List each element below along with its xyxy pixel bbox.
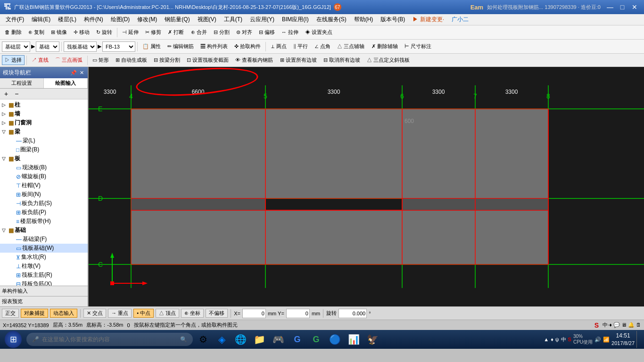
menu-version[interactable]: 版本号(B) [377, 15, 409, 25]
menu-cloud[interactable]: 云应用(Y) [246, 15, 278, 25]
menu-guangxiao[interactable]: 广小二 [448, 15, 472, 25]
copy-button[interactable]: ⊕ 复制 [25, 27, 47, 37]
taskbar-app-files[interactable]: 📁 [251, 331, 268, 348]
tree-item-raft-neg-rebar[interactable]: ⊟ 筏板负筋(X) [0, 280, 88, 286]
menu-edit[interactable]: 编辑(E) [28, 15, 54, 25]
x-input[interactable] [242, 309, 266, 318]
taskbar-app-chart[interactable]: 📊 [346, 331, 363, 348]
split-by-beam-button[interactable]: ⊟ 按梁分割 [151, 55, 183, 65]
break-button[interactable]: ✗ 打断 [165, 27, 187, 37]
tree-item-wall[interactable]: ▷ ▦ 墙 [0, 109, 88, 118]
taskbar-search-input[interactable] [42, 336, 177, 343]
dimension-button[interactable]: ⊢ 尺寸标注 [402, 41, 434, 51]
set-grip-button[interactable]: ◈ 设置夹点 [302, 27, 335, 37]
move-button[interactable]: ✛ 移动 [71, 27, 92, 37]
auto-gen-button[interactable]: ⊞ 自动生成板 [113, 55, 150, 65]
remove-component-button[interactable]: − [12, 90, 21, 98]
tree-item-raft-main-rebar[interactable]: ⊞ 筏板主筋(R) [0, 271, 88, 280]
tree-item-cast-slab[interactable]: ▭ 现浇板(B) [0, 163, 88, 172]
rotate-button[interactable]: ↻ 旋转 [93, 27, 115, 37]
rotate-input[interactable] [339, 309, 367, 318]
component-id-select[interactable]: FB-13 [102, 41, 135, 52]
menu-new-change[interactable]: ▶ 新建变更· [409, 15, 448, 25]
menu-rebar-qty[interactable]: 钢筋量(Q) [161, 15, 193, 25]
taskbar-app-g2[interactable]: G [308, 331, 325, 348]
three-point-axis-button[interactable]: △ 三点辅轴 [334, 41, 367, 51]
tree-item-floor-band[interactable]: ≡ 楼层板带(H) [0, 217, 88, 226]
single-input-button[interactable]: 单构件输入 [0, 286, 88, 296]
coord-button[interactable]: ⊕ 坐标 [181, 309, 204, 318]
menu-component[interactable]: 构件(N) [80, 15, 107, 25]
straight-line-button[interactable]: ↗ 直线 [29, 55, 51, 65]
midpoint-button[interactable]: • 中点 [133, 309, 154, 318]
panel-pin-button[interactable]: 📌 [69, 70, 78, 76]
panel-close-button[interactable]: ✕ [79, 70, 85, 76]
menu-help[interactable]: 帮助(H) [350, 15, 377, 25]
trim-button[interactable]: ✂ 修剪 [142, 27, 164, 37]
tree-item-beam-L[interactable]: — 梁(L) [0, 136, 88, 145]
offset-button[interactable]: ⊟ 偏移 [256, 27, 278, 37]
show-desktop-button[interactable] [636, 331, 638, 348]
taskbar-search-bar[interactable]: 🎤 🔍 [26, 333, 193, 346]
merge-button[interactable]: ⊕ 合并 [188, 27, 210, 37]
floor-layer-select[interactable]: 基础层 [2, 41, 30, 52]
tree-item-spiral-slab[interactable]: ⊘ 螺旋板(B) [0, 172, 88, 181]
tree-item-foundation[interactable]: ▽ ▦ 基础 [0, 226, 88, 235]
taskbar-app-app1[interactable]: 🎮 [270, 331, 287, 348]
menu-online[interactable]: 在线服务(S) [313, 15, 350, 25]
align-button[interactable]: ⊜ 对齐 [233, 27, 255, 37]
intersection-button[interactable]: ✕ 交点 [83, 309, 106, 318]
extend-button[interactable]: ⊣ 延伸 [119, 27, 141, 37]
stretch-button[interactable]: ↔ 拉伸 [279, 27, 301, 37]
y-input[interactable] [286, 309, 310, 318]
taskbar-app-chrome[interactable]: G [289, 331, 306, 348]
ortho-button[interactable]: 正交 [2, 309, 19, 318]
set-cross-section-button[interactable]: ⊡ 设置筏板变截面 [184, 55, 231, 65]
parallel-button[interactable]: ∥ 平行 [290, 41, 311, 51]
properties-button[interactable]: 📋 属性 [140, 41, 164, 51]
taskbar-app-browser1[interactable]: ◈ [214, 331, 231, 348]
component-list-button[interactable]: ☰ 构件列表 [198, 41, 231, 51]
point-angle-button[interactable]: ∠ 点角 [312, 41, 333, 51]
menu-floor[interactable]: 楼层(L) [54, 15, 80, 25]
tree-item-beam[interactable]: ▽ ▦ 梁 [0, 127, 88, 136]
split-button[interactable]: ⊟ 分割 [211, 27, 232, 37]
tree-item-slab-neg-force[interactable]: ⊣ 板负力筋(S) [0, 199, 88, 208]
tree-item-slab-neg-rebar[interactable]: ⊞ 板负筋(P) [0, 208, 88, 217]
menu-bim[interactable]: BIM应用(I) [278, 15, 313, 25]
tree-item-foundation-beam[interactable]: — 基础梁(F) [0, 235, 88, 244]
menu-view[interactable]: 视图(V) [194, 15, 220, 25]
close-button[interactable]: ✕ [629, 2, 640, 12]
view-rebar-button[interactable]: 👁 查看板内钢筋 [232, 55, 276, 65]
nav-engineering-settings[interactable]: 工程设置 [0, 78, 44, 88]
menu-modify[interactable]: 修改(M) [133, 15, 161, 25]
set-all-edge-button[interactable]: ⊞ 设置所有边坡 [277, 55, 320, 65]
dynamic-input-button[interactable]: 动态输入 [50, 309, 77, 318]
three-point-slope-button[interactable]: △ 三点定义斜筏板 [364, 55, 413, 65]
taskbar-app-app2[interactable]: 🦅 [364, 331, 381, 348]
select-mode-button[interactable]: ▷ 选择 [2, 55, 25, 65]
menu-draw[interactable]: 绘图(D) [107, 15, 134, 25]
snap-button[interactable]: 对象捕捉 [21, 309, 48, 318]
menu-file[interactable]: 文件(F) [2, 15, 28, 25]
nav-drawing-input[interactable]: 绘图输入 [44, 78, 88, 88]
delete-button[interactable]: 🗑 删除 [2, 27, 25, 37]
mirror-button[interactable]: ⊞ 镜像 [48, 27, 70, 37]
start-button[interactable]: ⊞ [2, 331, 25, 348]
taskbar-app-ie[interactable]: 🌐 [232, 331, 249, 348]
tree-item-column-cap[interactable]: ⊤ 柱帽(V) [0, 181, 88, 190]
minimize-button[interactable]: — [604, 2, 616, 12]
maximize-button[interactable]: □ [617, 2, 628, 12]
delete-axis-button[interactable]: ✗ 删除辅轴 [369, 41, 401, 51]
vertex-button[interactable]: △ 顶点 [156, 309, 179, 318]
rectangle-button[interactable]: ▭ 矩形 [90, 55, 112, 65]
tree-item-sump[interactable]: ⊻ 集水坑(R) [0, 253, 88, 262]
no-offset-button[interactable]: 不偏移 [206, 309, 228, 318]
edit-rebar-button[interactable]: ✏ 编辑钢筋 [165, 41, 197, 51]
tree-item-column[interactable]: ▷ ▦ 柱 [0, 100, 88, 109]
tree-item-slab-interval[interactable]: ⊞ 板间(N) [0, 190, 88, 199]
tree-item-column-base[interactable]: ⊥ 柱墩(V) [0, 262, 88, 271]
report-preview-button[interactable]: 报表预览 [0, 296, 88, 306]
canvas-area[interactable]: 4 5 6 7 8 E D C 3300 6600 3300 3300 3300… [89, 67, 644, 306]
tray-up-arrow[interactable]: ▲ [544, 337, 549, 342]
